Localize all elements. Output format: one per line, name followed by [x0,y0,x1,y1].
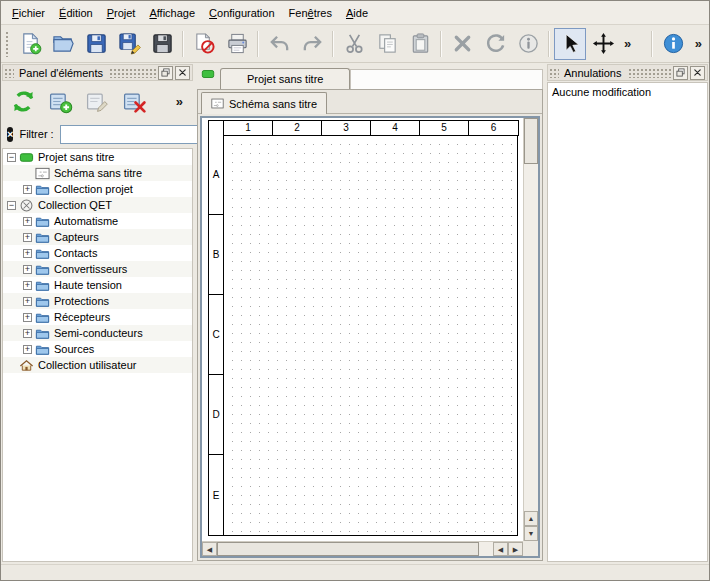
toolbar-overflow-chevron[interactable]: » [620,36,635,51]
new-document-button[interactable] [14,28,46,60]
copy-button[interactable] [371,28,403,60]
scroll-down-button[interactable] [524,526,538,541]
tree-expander[interactable]: + [23,233,32,242]
column-headers: 123456 [223,120,519,136]
tree-item-label: Semi-conducteurs [54,327,143,339]
dock-close-icon [693,68,702,77]
menu-projet[interactable]: Projet [100,3,143,23]
dock-grip[interactable] [548,67,559,78]
tree-item[interactable]: +Capteurs [3,229,192,245]
menu-edition[interactable]: Édition [52,3,100,23]
tree-item[interactable]: +Protections [3,293,192,309]
tree-item[interactable]: −Projet sans titre [3,149,192,165]
folder-icon [35,310,50,325]
toolbar-group [188,28,253,60]
dock-grip[interactable] [627,67,674,78]
tree-item[interactable]: +Convertisseurs [3,261,192,277]
tree-expander[interactable]: + [23,297,32,306]
vertical-scrollbar-track[interactable] [524,164,538,511]
float-button[interactable] [673,66,688,80]
elements-panel-header[interactable]: Panel d'éléments [2,64,193,81]
edit-element-button[interactable] [82,86,112,116]
clear-filter-button[interactable] [7,127,13,142]
tree-expander[interactable]: + [23,265,32,274]
tree-expander[interactable]: + [23,345,32,354]
redo-button[interactable] [296,28,328,60]
reload-collections-button[interactable] [8,86,38,116]
undo-panel-header[interactable]: Annulations [547,64,708,81]
tree-item[interactable]: +Collection projet [3,181,192,197]
save-button[interactable] [80,28,112,60]
scroll-right-button[interactable] [508,542,523,556]
tree-item[interactable]: +Automatisme [3,213,192,229]
tree-item[interactable]: −Collection QET [3,197,192,213]
scroll-up-button[interactable] [524,511,538,526]
menu-fenetres[interactable]: Fenêtres [282,3,339,23]
vertical-scrollbar-thumb[interactable] [524,118,538,164]
scroll-left-button-2[interactable] [493,542,508,556]
tree-item[interactable]: Collection utilisateur [3,357,192,373]
menu-configuration[interactable]: Configuration [202,3,281,23]
rotate-selection-button[interactable] [479,28,511,60]
statusbar [1,564,709,580]
tree-item[interactable]: +Sources [3,341,192,357]
tree-expander[interactable]: + [23,281,32,290]
toolbar-overflow-chevron[interactable]: » [691,36,706,51]
tree-expander[interactable]: + [23,217,32,226]
move-mode-button[interactable] [587,28,619,60]
new-element-icon [48,89,73,114]
vertical-scrollbar[interactable] [523,118,538,541]
horizontal-scrollbar-track[interactable] [479,542,493,556]
diagram-grid[interactable] [224,136,518,536]
horizontal-scrollbar-thumb[interactable] [217,542,479,556]
paste-icon [409,32,432,55]
undo-button[interactable] [263,28,295,60]
dock-grip[interactable] [108,67,158,78]
undo-history-list[interactable]: Aucune modification [547,82,708,562]
scroll-left-button[interactable] [202,542,217,556]
print-button[interactable] [221,28,253,60]
tree-expander[interactable]: − [7,153,16,162]
tree-item[interactable]: +Récepteurs [3,309,192,325]
float-button[interactable] [158,66,173,80]
close-button[interactable] [690,66,705,80]
tree-item[interactable]: Schéma sans titre [3,165,192,181]
save-as-button[interactable] [113,28,145,60]
toolbar-grip[interactable] [5,31,10,57]
select-mode-button[interactable] [554,28,586,60]
menu-aide[interactable]: Aide [339,3,375,23]
new-element-button[interactable] [45,86,75,116]
close-button[interactable] [175,66,190,80]
tree-item[interactable]: +Haute tension [3,277,192,293]
toolbar-group [338,28,436,60]
project-tab[interactable]: Projet sans titre [220,68,350,89]
schema-tab[interactable]: Schéma sans titre [201,92,327,114]
panel-toolbar-overflow-chevron[interactable]: » [172,94,187,109]
delete-element-button[interactable] [119,86,149,116]
close-file-button[interactable] [188,28,220,60]
tree-expander[interactable]: + [23,249,32,258]
diagram-canvas[interactable]: 123456 ABCDE [202,118,523,541]
delete-selection-button[interactable] [446,28,478,60]
menu-affichage[interactable]: Affichage [142,3,202,23]
tree-expander[interactable]: + [23,185,32,194]
save-all-button[interactable] [146,28,178,60]
tree-expander[interactable]: − [7,201,16,210]
project-icon [19,150,34,165]
filter-row: Filtrer : [1,121,194,147]
paste-button[interactable] [404,28,436,60]
tree-expander[interactable]: + [23,313,32,322]
filter-input[interactable] [60,125,210,144]
tree-expander[interactable]: + [23,329,32,338]
elements-panel-dock: Panel d'éléments » Filtrer : −Projet san… [1,63,194,564]
horizontal-scrollbar[interactable] [202,541,523,556]
cut-button[interactable] [338,28,370,60]
menu-fichier[interactable]: Fichier [5,3,52,23]
tree-item[interactable]: +Contacts [3,245,192,261]
dock-grip[interactable] [3,67,14,78]
about-qet-button[interactable] [658,28,690,60]
tree-item[interactable]: +Semi-conducteurs [3,325,192,341]
open-project-button[interactable] [47,28,79,60]
edit-properties-button[interactable] [512,28,544,60]
select-mode-icon [559,32,582,55]
